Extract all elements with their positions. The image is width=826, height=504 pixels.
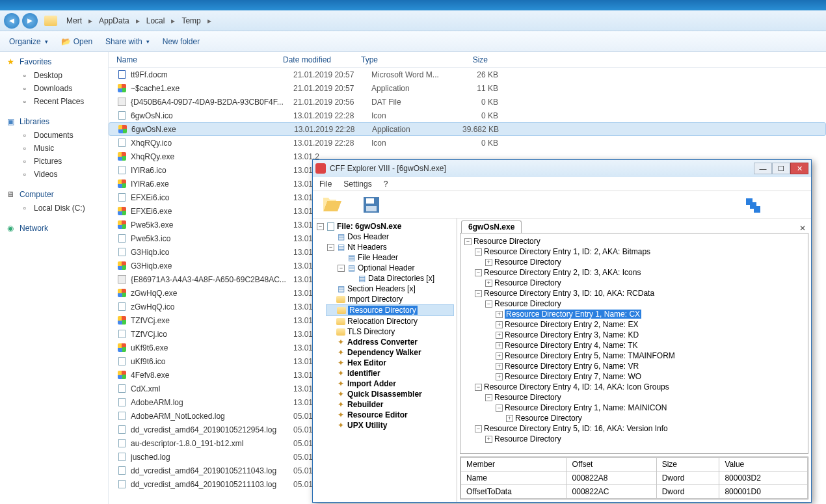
sidebar-item[interactable]: ▫Videos — [0, 168, 108, 181]
tree-node[interactable]: −Resource Directory — [484, 392, 805, 403]
file-row[interactable]: XhqRQy.ico13.01.2019 22:28Icon0 KB — [109, 136, 826, 150]
collapse-icon[interactable]: − — [475, 290, 482, 297]
table-header[interactable]: Offset — [566, 458, 656, 471]
expand-icon[interactable]: + — [496, 342, 503, 349]
collapse-icon[interactable]: − — [475, 384, 482, 391]
expand-icon[interactable]: + — [506, 415, 513, 422]
open-file-icon[interactable] — [322, 194, 343, 215]
tree-node[interactable]: +✦Resource Editor — [326, 410, 454, 420]
tree-node[interactable]: +Resource Directory Entry 1, Name: CX — [494, 309, 805, 319]
breadcrumb-item[interactable]: AppData — [96, 15, 132, 27]
tree-node[interactable]: +✦Hex Editor — [326, 358, 454, 368]
table-header[interactable]: Size — [656, 458, 719, 471]
tree-node[interactable]: +Resource Directory Entry 6, Name: VR — [494, 361, 805, 371]
minimize-button[interactable]: — — [754, 163, 772, 174]
cff-tab-close[interactable]: ✕ — [799, 224, 806, 233]
tree-node[interactable]: +▤Data Directories [x] — [347, 273, 454, 284]
tree-node[interactable]: +Resource Directory — [484, 278, 805, 288]
close-button[interactable]: ✕ — [790, 163, 808, 174]
breadcrumb-item[interactable]: Local — [144, 15, 168, 27]
breadcrumb-item[interactable]: Temp — [179, 15, 203, 27]
expand-icon[interactable]: + — [496, 311, 503, 318]
collapse-icon[interactable]: − — [327, 244, 334, 251]
tree-node[interactable]: +Resource Directory — [505, 413, 805, 423]
col-type[interactable]: Type — [361, 55, 439, 64]
expand-icon[interactable]: + — [485, 259, 492, 266]
tree-node[interactable]: −Resource Directory — [484, 298, 805, 309]
breadcrumb-item[interactable]: Mert — [64, 15, 85, 27]
nav-forward-button[interactable]: ► — [22, 13, 38, 29]
tree-node[interactable]: −Resource Directory Entry 3, ID: 10, AKA… — [473, 288, 805, 298]
sidebar-item[interactable]: ▫Documents — [0, 129, 108, 142]
tree-node[interactable]: +TLS Directory — [326, 326, 454, 337]
tree-node[interactable]: −Resource Directory Entry 5, ID: 16, AKA… — [473, 423, 805, 434]
tree-node[interactable]: +▤File Header — [336, 252, 454, 263]
expand-icon[interactable]: + — [496, 321, 503, 328]
tree-node[interactable]: +✦Import Adder — [326, 378, 454, 389]
tree-node[interactable]: +Import Directory — [326, 294, 454, 304]
tree-node[interactable]: +▤Dos Header — [326, 232, 454, 242]
tree-node[interactable]: −Resource Directory Entry 2, ID: 3, AKA:… — [473, 267, 805, 278]
expand-icon[interactable]: + — [496, 373, 503, 380]
tree-node[interactable]: +Resource Directory — [484, 434, 805, 444]
tree-node[interactable]: +Resource Directory Entry 7, Name: WO — [494, 371, 805, 382]
col-name[interactable]: Name — [116, 55, 283, 64]
tree-node[interactable]: −Resource Directory Entry 1, ID: 2, AKA:… — [473, 246, 805, 257]
tree-node[interactable]: +Resource Directory — [326, 304, 454, 316]
sidebar-item[interactable]: ▫Downloads — [0, 82, 108, 95]
expand-icon[interactable]: + — [496, 352, 503, 360]
tree-node[interactable]: +✦Dependency Walker — [326, 347, 454, 358]
sidebar-network[interactable]: ◉Network — [0, 221, 108, 235]
new-folder-button[interactable]: New folder — [163, 37, 200, 46]
tree-node[interactable]: −▤Optional Header — [336, 263, 454, 273]
tree-node[interactable]: +Resource Directory — [484, 257, 805, 267]
column-headers[interactable]: Name Date modified Type Size — [109, 52, 826, 68]
maximize-button[interactable]: ☐ — [772, 163, 790, 174]
collapse-icon[interactable]: − — [338, 265, 345, 272]
tree-node[interactable]: +✦Address Converter — [326, 337, 454, 347]
organize-button[interactable]: Organize — [9, 37, 48, 46]
open-button[interactable]: 📂 Open — [61, 37, 92, 46]
tree-node[interactable]: +Resource Directory Entry 2, Name: EX — [494, 319, 805, 330]
cff-tab[interactable]: 6gwOsN.exe — [461, 220, 522, 233]
tree-node[interactable]: −Resource Directory — [463, 236, 805, 246]
tree-node[interactable]: +✦UPX Utility — [326, 420, 454, 431]
sidebar-item[interactable]: ▫Music — [0, 142, 108, 155]
tree-node[interactable]: −Resource Directory Entry 1, Name: MAINI… — [494, 403, 805, 413]
collapse-icon[interactable]: − — [475, 248, 482, 256]
tree-node[interactable]: +✦Identifier — [326, 368, 454, 378]
collapse-icon[interactable]: − — [485, 394, 492, 401]
table-header[interactable]: Member — [461, 458, 567, 471]
tree-node[interactable]: +▤Section Headers [x] — [326, 284, 454, 294]
file-row[interactable]: 6gwOsN.ico13.01.2019 22:28Icon0 KB — [109, 109, 826, 122]
collapse-icon[interactable]: − — [464, 238, 472, 245]
nav-back-button[interactable]: ◄ — [4, 13, 20, 29]
tree-node[interactable]: −Resource Directory Entry 4, ID: 14, AKA… — [473, 382, 805, 392]
cff-titlebar[interactable]: CFF Explorer VIII - [6gwOsN.exe] — ☐ ✕ — [313, 160, 811, 177]
file-row[interactable]: ~$cache1.exe21.01.2019 20:57Application1… — [109, 81, 826, 95]
sidebar-item[interactable]: ▫Desktop — [0, 69, 108, 82]
expand-icon[interactable]: + — [496, 363, 503, 370]
table-header[interactable]: Value — [719, 458, 808, 471]
tree-node[interactable]: +Resource Directory Entry 4, Name: TK — [494, 340, 805, 351]
expand-icon[interactable]: + — [485, 436, 492, 443]
tree-node[interactable]: +✦Quick Disassembler — [326, 389, 454, 399]
sidebar-favorites[interactable]: ★Favorites — [0, 55, 108, 69]
menu-item[interactable]: Settings — [343, 179, 371, 189]
collapse-icon[interactable]: − — [475, 269, 482, 276]
collapse-icon[interactable]: − — [475, 425, 482, 432]
sidebar-computer[interactable]: 🖥Computer — [0, 187, 108, 202]
file-row[interactable]: 6gwOsN.exe13.01.2019 22:28Application39.… — [109, 122, 826, 136]
share-button[interactable]: Share with — [105, 37, 150, 46]
table-row[interactable]: Name000822A8Dword800003D2 — [461, 471, 808, 485]
col-size[interactable]: Size — [439, 55, 488, 64]
file-row[interactable]: {D450B6A4-09D7-4DA9-B2DA-93CB0F4F...21.0… — [109, 95, 826, 109]
collapse-icon[interactable]: − — [485, 300, 492, 308]
sidebar-item[interactable]: ▫Local Disk (C:) — [0, 202, 108, 215]
tree-node[interactable]: −▤Nt Headers — [326, 242, 454, 252]
tree-node[interactable]: +✦Rebuilder — [326, 399, 454, 410]
tree-node[interactable]: +Resource Directory Entry 3, Name: KD — [494, 330, 805, 340]
table-row[interactable]: OffsetToData000822ACDword800001D0 — [461, 485, 808, 499]
menu-item[interactable]: File — [319, 179, 332, 189]
sidebar-libraries[interactable]: ▣Libraries — [0, 114, 108, 129]
